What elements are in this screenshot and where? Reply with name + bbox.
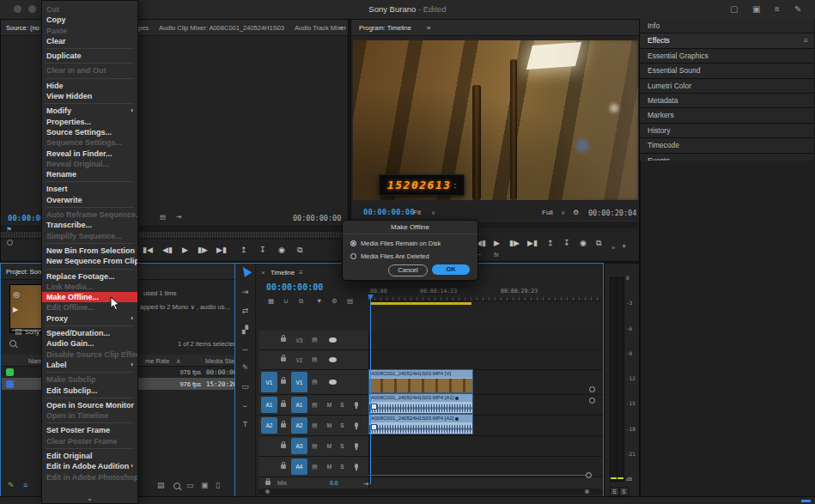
playhead-line[interactable] [370,301,371,484]
stacked-panel-tab[interactable]: Essential Graphics ≡ [640,49,814,64]
wrench-icon[interactable]: ⚙ [573,209,579,216]
lock-icon[interactable] [281,403,286,407]
solo-left-button[interactable]: S [610,487,619,496]
mic-record-icon[interactable] [355,443,358,448]
context-menu-item[interactable]: Duplicate › [42,51,137,61]
track-target[interactable]: A2 [291,417,307,434]
export-frame-button[interactable]: ◉ [278,245,285,255]
ok-button[interactable]: OK [432,264,470,275]
insert-button[interactable]: ↥ [240,245,247,255]
audio-track-header[interactable]: A1 A1 ▤ M S [258,395,369,415]
context-menu-item[interactable]: Reveal Original... › [42,159,137,169]
transport-overflow-icon[interactable]: » [611,243,615,253]
track-output-eye-icon[interactable] [329,357,337,362]
step-forward-button[interactable]: ▮▶ [509,238,520,248]
slip-tool[interactable]: ↔ [235,339,255,358]
ripple-edit-tool[interactable]: ⇄ [235,301,255,320]
context-menu-item[interactable]: Edit Original › [42,451,137,461]
radio-option[interactable]: Media Files Remain on Disk [350,240,441,247]
source-patch[interactable]: A1 [261,397,277,413]
stacked-panel-tab[interactable]: Markers ≡ [640,108,814,123]
sync-lock-icon[interactable]: ▤ [312,464,318,471]
column-frame-rate[interactable]: me Rate [145,357,169,365]
mix-level-value[interactable]: 0.0 [330,480,338,486]
sync-lock-icon[interactable]: ▤ [312,337,318,343]
stacked-panel-tab[interactable]: Essential Sound ≡ [640,64,814,78]
stacked-panel-tab[interactable]: Metadata ≡ [640,94,814,108]
panel-menu-icon[interactable]: ≡ [804,33,808,47]
tab-source[interactable]: Source: (no cl [6,24,46,32]
label-color-swatch[interactable] [6,368,14,376]
panel-tab[interactable]: Audio Clip Mixer: A008C001_240524H1S03 [159,24,284,32]
play-button[interactable]: ▶ [494,238,500,248]
video-track-row[interactable]: V2 ▤ [258,350,603,370]
play-preview-icon[interactable]: ▶ [13,306,18,313]
pen-icon[interactable]: ✎ [794,3,801,15]
audio-track-lane[interactable] [369,457,603,477]
writable-pencil-icon[interactable]: ✎ [8,481,15,489]
context-menu-item[interactable]: Overwrite › [42,195,137,205]
mute-button[interactable]: M [325,463,333,471]
nest-icon[interactable]: ▦ [268,296,274,307]
mic-record-icon[interactable] [355,464,358,469]
stacked-panel-tab[interactable]: Effects ≡ [640,33,814,48]
razor-tool[interactable]: ▞ [235,320,255,339]
folder-icon[interactable]: ▭ [186,481,194,489]
context-menu-item[interactable]: Open in Timeline › [42,410,137,421]
context-menu-item[interactable]: Clear In and Out › [42,65,137,76]
trash-icon[interactable]: ▯ [216,481,220,489]
list-view-icon[interactable]: ≡ [23,481,27,489]
source-patch[interactable] [261,438,277,454]
goto-out-button[interactable]: ▶▮ [527,238,538,248]
context-menu-item[interactable]: Label › [42,360,137,370]
context-menu-item[interactable]: Reveal in Finder... › [42,149,137,159]
context-menu-item[interactable]: Auto Reframe Sequence... › [42,209,137,220]
solo-button[interactable]: S [338,401,346,410]
context-menu-item[interactable]: Open in Source Monitor › [42,400,137,410]
export-frame-button[interactable]: ◉ [580,238,587,248]
mix-track-header[interactable]: Mix 0.0 ⇥ [258,477,369,489]
lift-button[interactable]: ↥ [547,238,554,248]
tab-overflow-icon[interactable]: » [339,24,343,32]
context-menu-item[interactable]: Edit in Adobe Photoshop › [42,472,137,483]
audio-clip-a2[interactable]: A008C001_240524H1S03.MP4 [A2] [368,414,473,434]
fx-badge-icon[interactable]: fx [494,250,499,260]
track-output-eye-icon[interactable] [329,337,337,343]
solo-right-button[interactable]: S [619,487,629,496]
scrollbar-handle-right[interactable] [585,489,589,494]
lock-icon[interactable] [281,380,286,384]
overwrite-button[interactable]: ↧ [259,245,266,255]
context-menu-item[interactable]: Properties... › [42,117,137,127]
lock-icon[interactable] [281,357,286,361]
tab-program-timeline[interactable]: Program: Timeline [359,24,411,32]
audio-track-header[interactable]: A3 ▤ M S [258,436,369,456]
scrollbar-handle-left[interactable] [265,489,270,494]
context-menu-item[interactable]: Clear › [42,36,137,46]
step-back-button[interactable]: ◀▮ [162,245,173,255]
timeline-settings-icon[interactable]: ⚙ [331,296,338,307]
resolution-chevron-icon[interactable]: ∨ [561,209,565,216]
radio-option[interactable]: Media Files Are Deleted [350,252,441,260]
selection-tool[interactable] [235,264,255,282]
snap-icon[interactable]: ∪ [283,296,289,307]
audio-clip-a1[interactable]: A008C001_240524H1S03.MP4 [A1] [368,393,473,414]
keyframe-toggle-icon[interactable] [589,386,595,392]
context-menu-item[interactable]: Replace Footage... › [42,271,137,282]
mute-button[interactable]: M [325,422,333,430]
fit-dropdown[interactable]: Fit [413,209,421,216]
video-track-lane[interactable] [369,331,603,349]
context-menu-item[interactable]: Simplify Sequence... › [42,231,137,241]
type-tool[interactable]: T [235,415,255,434]
video-track-header[interactable]: V3 ▤ [258,331,369,349]
video-track-row[interactable]: V3 ▤ [258,331,603,350]
context-menu-item[interactable]: Make Subclip › [42,374,137,385]
track-target[interactable]: V1 [291,372,307,392]
extract-button[interactable]: ↧ [563,238,570,248]
playhead-knob-icon[interactable] [7,240,13,246]
sync-lock-icon[interactable]: ▤ [312,379,318,386]
comparison-view-icon[interactable]: ⧉ [596,238,601,248]
add-button-icon[interactable]: + [622,241,626,252]
track-target[interactable]: V2 [291,352,307,367]
keyframe-toggle-icon[interactable] [589,398,595,404]
radio-icon[interactable] [350,253,356,259]
